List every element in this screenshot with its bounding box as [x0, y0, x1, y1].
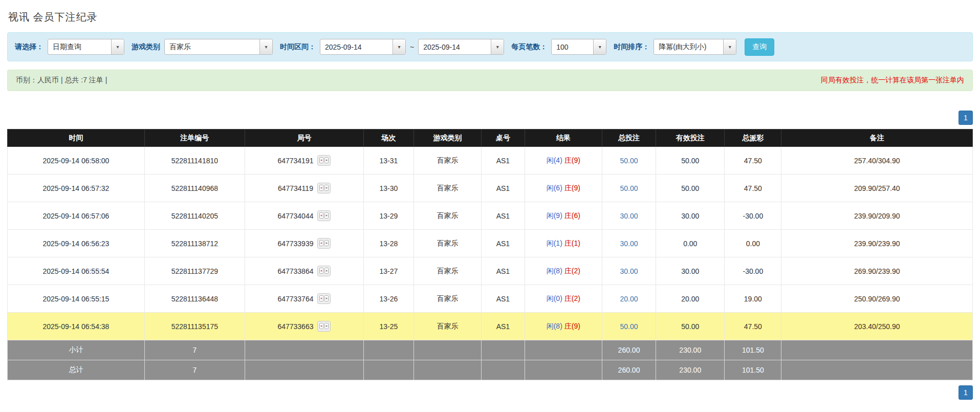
cell-time: 2025-09-14 06:55:15: [8, 285, 145, 313]
table-footer: 小计7260.00230.00101.50总计7260.00230.00101.…: [8, 340, 973, 380]
subtotal-row: 小计7260.00230.00101.50: [8, 340, 973, 360]
cell-game-type: 百家乐: [413, 175, 481, 202]
subtotal-row-cell-9: 101.50: [725, 340, 781, 360]
cell-result: 闲(9) 庄(6): [525, 202, 602, 230]
page-size-select[interactable]: 100 ▾: [551, 39, 606, 55]
page-size-value: 100: [552, 39, 593, 54]
chevron-down-icon[interactable]: ▾: [259, 39, 272, 54]
chevron-down-icon[interactable]: ▾: [593, 39, 606, 54]
summary-bar: 币别：人民币 | 总共 :7 注单 | 同局有效投注，统一计算在该局第一张注单内: [7, 70, 973, 91]
column-header: 游戏类别: [413, 129, 481, 147]
query-type-value: 日期查询: [48, 39, 111, 54]
cell-valid-bet: 30.00: [656, 202, 725, 230]
column-header: 场次: [363, 129, 413, 147]
cell-bet-id: 522811135175: [144, 313, 245, 340]
round-result-icon[interactable]: [317, 321, 331, 332]
round-number: 647734191: [277, 157, 313, 165]
sort-order-select[interactable]: 降冪(由大到小) ▾: [654, 39, 736, 55]
total-row-cell-0: 总计: [8, 360, 145, 380]
total-row-cell-2: [245, 360, 363, 380]
cell-game-type: 百家乐: [413, 202, 481, 230]
round-result-icon[interactable]: [317, 238, 331, 249]
chevron-down-icon[interactable]: ▾: [723, 39, 736, 54]
cell-table-no: AS1: [481, 285, 525, 313]
result-banker: 庄(9): [564, 156, 580, 164]
total-bet-link[interactable]: 20.00: [620, 295, 638, 303]
date-from-select[interactable]: 2025-09-14 ▾: [320, 39, 406, 55]
cell-game-type: 百家乐: [413, 257, 481, 285]
page-button-1[interactable]: 1: [959, 385, 973, 400]
cell-total-bet: 30.00: [602, 202, 656, 230]
pagination-bottom: 1: [7, 385, 973, 400]
query-type-label: 请选择：: [15, 42, 43, 52]
query-type-select[interactable]: 日期查询 ▾: [48, 39, 124, 55]
cell-session: 13-30: [363, 175, 413, 202]
total-bet-link[interactable]: 50.00: [620, 322, 638, 331]
cell-note: 250.90/269.90: [781, 285, 973, 313]
records-table: 时间注单编号局号场次游戏类别桌号结果总投注有效投注总派彩备注 2025-09-1…: [7, 129, 973, 380]
table-row: 2025-09-14 06:55:15522811136448647733764…: [8, 285, 973, 313]
chevron-down-icon[interactable]: ▾: [393, 39, 405, 54]
cell-bet-id: 522811140968: [144, 175, 245, 202]
summary-text: 币别：人民币 | 总共 :7 注单 |: [16, 76, 107, 85]
subtotal-row-cell-3: [363, 340, 413, 360]
date-from-value: 2025-09-14: [320, 39, 393, 54]
date-to-select[interactable]: 2025-09-14 ▾: [418, 39, 504, 55]
cell-time: 2025-09-14 06:56:23: [8, 230, 145, 257]
chevron-down-icon[interactable]: ▾: [491, 39, 504, 54]
page-button-1[interactable]: 1: [959, 111, 973, 125]
round-number: 647733663: [277, 322, 313, 331]
total-bet-link[interactable]: 30.00: [620, 240, 638, 248]
cell-time: 2025-09-14 06:55:54: [8, 257, 145, 285]
result-player: 闲(0): [547, 294, 562, 302]
cell-valid-bet: 50.00: [656, 313, 725, 340]
column-header: 总投注: [602, 129, 656, 147]
cell-bet-id: 522811138712: [144, 230, 245, 257]
total-row: 总计7260.00230.00101.50: [8, 360, 973, 380]
cell-session: 13-29: [363, 202, 413, 230]
cell-valid-bet: 30.00: [656, 257, 725, 285]
column-header: 注单编号: [144, 129, 245, 147]
cell-time: 2025-09-14 06:57:06: [8, 202, 145, 230]
game-type-select[interactable]: 百家乐 ▾: [164, 39, 273, 55]
total-row-cell-8: 230.00: [656, 360, 725, 380]
result-banker: 庄(9): [564, 322, 580, 330]
cell-payout: 47.50: [725, 313, 781, 340]
sort-order-label: 时间排序：: [614, 42, 649, 52]
cell-result: 闲(6) 庄(9): [525, 175, 602, 202]
chevron-down-icon[interactable]: ▾: [111, 39, 124, 54]
total-row-cell-3: [363, 360, 413, 380]
cell-result: 闲(4) 庄(9): [525, 147, 602, 175]
cell-round: 647734119: [245, 175, 363, 202]
cell-result: 闲(8) 庄(2): [525, 257, 602, 285]
date-range-label: 时间区间：: [280, 42, 316, 52]
table-row: 2025-09-14 06:57:32522811140968647734119…: [8, 175, 973, 202]
round-result-icon[interactable]: [317, 155, 331, 166]
subtotal-row-cell-8: 230.00: [656, 340, 725, 360]
round-number: 647734044: [277, 212, 313, 220]
cell-time: 2025-09-14 06:57:32: [8, 175, 145, 202]
cell-round: 647733663: [245, 313, 363, 340]
cell-valid-bet: 20.00: [656, 285, 725, 313]
total-row-cell-5: [481, 360, 525, 380]
round-result-icon[interactable]: [317, 183, 331, 193]
result-player: 闲(8): [547, 322, 562, 330]
subtotal-row-cell-6: [525, 340, 602, 360]
round-result-icon[interactable]: [317, 210, 331, 221]
total-bet-link[interactable]: 50.00: [620, 157, 638, 165]
subtotal-row-cell-10: [781, 340, 973, 360]
cell-bet-id: 522811137729: [144, 257, 245, 285]
cell-round: 647733764: [245, 285, 363, 313]
cell-bet-id: 522811141810: [144, 147, 245, 175]
total-bet-link[interactable]: 30.00: [620, 267, 638, 275]
total-bet-link[interactable]: 50.00: [620, 184, 638, 192]
round-result-icon[interactable]: [317, 266, 331, 276]
game-type-value: 百家乐: [165, 39, 259, 54]
filter-bar: 请选择： 日期查询 ▾ 游戏类别 百家乐 ▾ 时间区间： 2025-09-14 …: [7, 32, 973, 61]
page: 视讯 会员下注纪录 请选择： 日期查询 ▾ 游戏类别 百家乐 ▾ 时间区间： 2…: [0, 0, 980, 400]
round-result-icon[interactable]: [317, 293, 331, 304]
total-bet-link[interactable]: 30.00: [620, 212, 638, 220]
search-button[interactable]: 查询: [745, 38, 774, 56]
total-row-cell-10: [781, 360, 973, 380]
total-row-cell-1: 7: [144, 360, 245, 380]
